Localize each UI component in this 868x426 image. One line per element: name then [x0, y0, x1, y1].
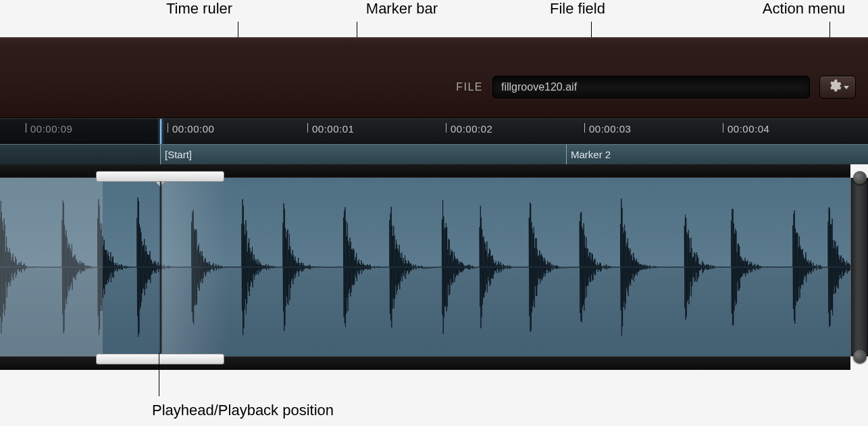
- action-menu[interactable]: [819, 76, 856, 99]
- playhead-handle-bottom[interactable]: [96, 354, 224, 364]
- waveform-area[interactable]: [0, 164, 868, 367]
- playhead-cue: [160, 119, 161, 145]
- marker[interactable]: [Start]: [160, 145, 192, 165]
- ruler-tick: 00:00:01: [307, 123, 354, 141]
- marker-bar[interactable]: [Start]Marker 2: [0, 144, 868, 164]
- callout-marker-bar: Marker bar: [351, 0, 453, 20]
- callout-label: Time ruler: [149, 0, 250, 18]
- ruler-tick: 00:00:09: [26, 123, 72, 141]
- callout-label: Marker bar: [351, 0, 453, 18]
- ruler-tick-label: 00:00:02: [451, 123, 492, 135]
- marker[interactable]: Marker 2: [566, 145, 611, 165]
- callout-action-menu: Action menu: [743, 0, 865, 20]
- callout-playhead: Playhead/Playback position: [152, 402, 334, 419]
- editor-header: FILE fillgroove120.aif: [0, 37, 868, 118]
- scroll-cap[interactable]: [850, 178, 868, 356]
- ruler-tick: 00:00:04: [723, 123, 769, 141]
- callout-file-field: File field: [527, 0, 628, 20]
- ruler-tick-label: 00:00:09: [30, 123, 72, 135]
- ruler-tick: 00:00:03: [584, 123, 631, 141]
- file-label: FILE: [456, 81, 483, 93]
- callout-time-ruler: Time ruler: [149, 0, 250, 20]
- ruler-tick: 00:00:02: [446, 123, 492, 141]
- time-ruler[interactable]: 00:00:0900:00:0000:00:0100:00:0200:00:03…: [0, 118, 868, 144]
- playhead-line: [160, 182, 161, 354]
- chevron-down-icon: [844, 86, 849, 89]
- callout-label: File field: [527, 0, 628, 18]
- ruler-tick-label: 00:00:04: [727, 123, 769, 135]
- ruler-tick-label: 00:00:03: [589, 123, 631, 135]
- playhead-handle-top[interactable]: [96, 171, 224, 182]
- gear-icon: [827, 78, 842, 96]
- waveform-canvas[interactable]: [0, 178, 850, 356]
- ruler-tick-label: 00:00:00: [172, 123, 214, 135]
- file-field[interactable]: fillgroove120.aif: [492, 76, 810, 99]
- ruler-tick-label: 00:00:01: [312, 123, 354, 135]
- callout-label: Action menu: [743, 0, 865, 18]
- ruler-tick: 00:00:00: [168, 123, 214, 141]
- callout-label: Playhead/Playback position: [152, 402, 334, 419]
